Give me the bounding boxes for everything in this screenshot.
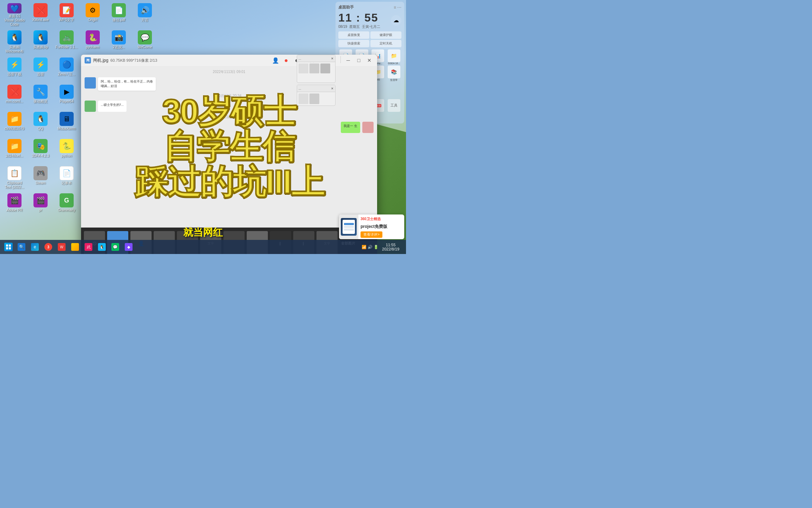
taskbar-360-icon: 3: [44, 243, 52, 251]
desktop-icon-player[interactable]: ▶ Player64: [54, 83, 79, 110]
desktop-icon-steam[interactable]: 🎮 Steam: [28, 165, 53, 191]
desktop-icon-xmind[interactable]: ❌ XMind.axe: [28, 2, 53, 28]
side-window-2: ... ✕: [297, 85, 336, 106]
side-win-1-close[interactable]: ✕: [331, 57, 334, 60]
desktop-icon-label: Grammarly: [58, 208, 75, 212]
viewer-filename: 闸机.jpg: [93, 58, 108, 64]
qq-icon: 🐧: [7, 30, 21, 44]
desktop-restore-btn[interactable]: 桌面恢复: [338, 31, 369, 39]
desktop-icon-thunder2[interactable]: ⚡ 迅雷: [28, 56, 53, 83]
desktop-icon-zeno[interactable]: 🔵 Zeno / 汪...: [54, 56, 79, 83]
assistant-title: 桌面助手: [338, 5, 354, 10]
desktop-icon-label: 微信.pdf: [112, 18, 125, 22]
shutdown-timer-btn[interactable]: 定时关机: [370, 40, 401, 47]
desktop-icon-grammarly[interactable]: G Grammarly: [54, 192, 79, 218]
side-win-2-title: ... ✕: [297, 85, 335, 92]
clock-display: 11 : 55: [338, 11, 389, 24]
desktop-icon-origin[interactable]: ⚙ Origin: [80, 2, 105, 28]
desktop-icon-vscode[interactable]: 💙 桌面 01Visual StudioCode: [2, 2, 27, 28]
thumb-mini-5[interactable]: [309, 93, 319, 104]
desktop-icon-qq2[interactable]: 🐧 实惠购.lip: [28, 29, 53, 55]
desktop: 💙 桌面 01Visual StudioCode 🐧 实惠购Welcome布 ⚡…: [0, 0, 406, 254]
systray-network[interactable]: 📶: [362, 245, 367, 249]
taskbar-qq[interactable]: 🐧: [96, 241, 108, 253]
desktop-icon-qq[interactable]: 🐧 实惠购Welcome布: [2, 29, 27, 55]
taskbar-search[interactable]: 🔍: [15, 241, 28, 253]
thumb-mini-1[interactable]: [299, 64, 308, 73]
desktop-icon-driver[interactable]: 🔧 驱动精灵: [28, 83, 53, 110]
side-win-1-content: [297, 62, 335, 76]
desktop-icon-3dfa[interactable]: 🎭 3DFA 4.2.3: [28, 138, 53, 164]
desktop-icon-photo[interactable]: 📸 2近况...: [106, 29, 131, 55]
desktop-icon-label: 实惠购.lip: [33, 45, 48, 49]
side-win-2-close[interactable]: ✕: [331, 87, 334, 90]
maximize-btn[interactable]: □: [355, 56, 363, 65]
panel-minimize[interactable]: ≡: [394, 5, 396, 10]
desktop-icon-qq3[interactable]: 🐧 QQ: [28, 110, 53, 137]
overlay-line1: 30岁硕士: [162, 94, 296, 129]
taskbar-clock[interactable]: 11:55 2022/8/19: [380, 242, 401, 252]
desktop-icon-label: MobaXterm: [57, 127, 76, 131]
file-gsea[interactable]: 📁 GSEA 16...: [387, 49, 402, 65]
desktop-icon-folder1[interactable]: 📁 c9993B2679: [2, 110, 27, 137]
desktop-icon-label: c9993B2679: [5, 127, 24, 131]
thumb-mini-4[interactable]: [299, 93, 308, 104]
desktop-icon-pr2[interactable]: 🎬 pr: [28, 192, 53, 218]
taskbar-wps[interactable]: W: [55, 241, 68, 253]
viewer-avatar-btn[interactable]: 👤: [271, 56, 280, 65]
panel-menu[interactable]: ⋯: [397, 5, 401, 10]
desktop-icon-thunder[interactable]: ⚡ 迅雷下载: [2, 56, 27, 83]
desktop-icon-wechat-pdf[interactable]: 📄 微信.pdf: [106, 2, 131, 28]
notepad-icon: 📄: [60, 166, 74, 180]
desktop-icon-label: Origin: [88, 18, 98, 22]
desktop-icon-notepad[interactable]: 📄 记事本: [54, 165, 79, 191]
taskbar-wechat[interactable]: 💬: [109, 241, 122, 253]
desktop-icon-label: Adobe PR: [6, 208, 23, 212]
taskbar-360[interactable]: 3: [42, 241, 55, 253]
desktop-icon-pr[interactable]: 🎬 Adobe PR: [2, 192, 27, 218]
date-display: 08/19 星期五 壬寅·七月二: [338, 24, 389, 29]
tools-btn[interactable]: 工具: [387, 99, 402, 112]
subtitle-text: 就当网红: [183, 226, 223, 239]
notif-cta-button[interactable]: 查看详评>: [361, 231, 382, 238]
pycharm-icon: 🐍: [86, 30, 100, 44]
desktop-icon-wps[interactable]: 📝 WPS文字: [54, 2, 79, 28]
taskbar-wuxiu[interactable]: 武: [82, 241, 95, 253]
taskbar-extra[interactable]: ◆: [122, 241, 135, 253]
thumb-mini-2[interactable]: [309, 64, 319, 73]
taskbar-wps-icon: W: [58, 243, 66, 251]
eye-care-btn[interactable]: 健康护眼: [370, 31, 401, 39]
quick-search-btn[interactable]: 快捷搜索: [338, 40, 369, 47]
desktop-icon-clipboard[interactable]: 📋 ClipboardText (2022...: [2, 165, 27, 191]
thunder-icon: ⚡: [7, 58, 21, 72]
desktop-icon-label: 迅雷下载: [7, 72, 21, 77]
folder-icon: 📁: [7, 112, 21, 126]
desktop-icon-folder2[interactable]: 📁 28248ceI...: [2, 138, 27, 164]
taskbar-explorer[interactable]: [69, 241, 81, 253]
3dfa-icon: 🎭: [33, 139, 48, 153]
taskbar-start-button[interactable]: [2, 240, 15, 254]
notification-360[interactable]: 360卫士精选 project免费版 查看详评>: [339, 214, 404, 239]
notif-brand: 360卫士精选: [361, 217, 402, 222]
viewer-red-circle[interactable]: ●: [282, 56, 290, 65]
desktop-icon-label: python: [61, 154, 72, 158]
desktop-icon-python[interactable]: 🐍 python: [54, 138, 79, 164]
minimize-btn[interactable]: ─: [344, 56, 352, 65]
desktop-icon-label: mm.coml...: [6, 99, 23, 104]
desktop-icon-label: Player64: [60, 99, 73, 104]
desktop-icon-mm[interactable]: ❌ mm.coml...: [2, 83, 27, 110]
desktop-icon-pycharm[interactable]: 🐍 pycharm: [80, 29, 105, 55]
thumb-mini-3[interactable]: [320, 64, 330, 73]
taskbar-edge[interactable]: e: [29, 241, 41, 253]
file-bioinformatics[interactable]: 📚 生信学: [387, 66, 402, 82]
systray-volume[interactable]: 🔊: [368, 245, 373, 249]
desktop-icon-label: 方言: [141, 18, 148, 22]
desktop-icon-mobaterm[interactable]: 🖥 MobaXterm: [54, 110, 79, 137]
desktop-icon-dialect[interactable]: 🔊 方言: [132, 2, 158, 28]
desktop-icon-label: WPS文字: [59, 18, 74, 22]
desktop-icon-label: Steam: [36, 181, 46, 185]
desktop-icon-wechat[interactable]: 💬 WeCome: [132, 29, 158, 55]
desktop-icon-label: 驱动精灵: [33, 99, 48, 104]
desktop-icon-funride[interactable]: 🚲 FunRide 3.1...: [54, 29, 79, 55]
close-btn[interactable]: ✕: [365, 56, 374, 65]
